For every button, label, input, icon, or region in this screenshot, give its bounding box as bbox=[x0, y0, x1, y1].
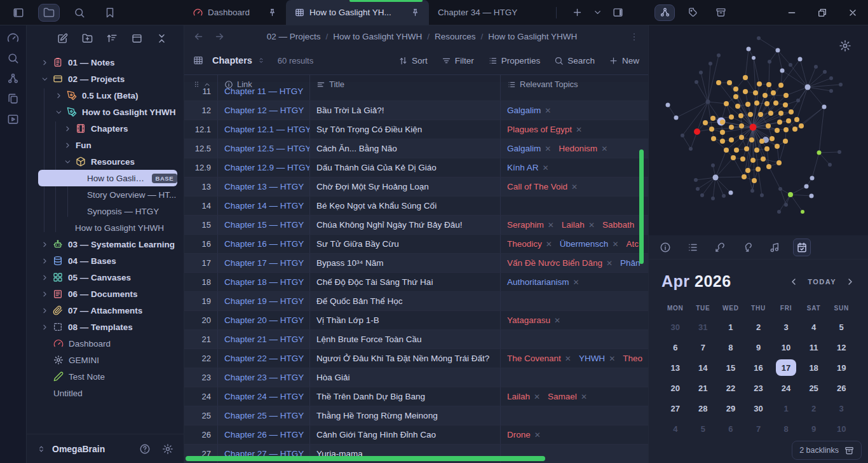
remove-topic-icon[interactable]: ✕ bbox=[565, 354, 571, 363]
remove-topic-icon[interactable]: ✕ bbox=[609, 354, 615, 363]
remove-topic-icon[interactable]: ✕ bbox=[581, 392, 587, 401]
calendar-day[interactable]: 2 bbox=[800, 398, 828, 418]
chapter-title[interactable]: Thằng Hề Trong Rừng Meinong bbox=[310, 406, 501, 425]
slides-ribbon-icon[interactable] bbox=[7, 113, 19, 125]
graph-node[interactable] bbox=[729, 125, 734, 130]
graph-node[interactable] bbox=[709, 62, 712, 66]
graph-node[interactable] bbox=[724, 148, 729, 153]
graph-node[interactable] bbox=[757, 81, 762, 86]
graph-node[interactable] bbox=[768, 111, 773, 116]
new-folder-icon[interactable] bbox=[82, 33, 93, 44]
chapter-link[interactable]: Chapter 24 — HTGY bbox=[224, 392, 304, 401]
table-row-13[interactable]: 13Chapter 13 — HTGYChờ Đợi Một Sự Hoảng … bbox=[184, 177, 648, 197]
calendar-day[interactable]: 3 bbox=[827, 398, 855, 418]
topics-cell[interactable] bbox=[501, 292, 648, 310]
chevron-right-icon[interactable] bbox=[41, 273, 50, 282]
topic-chip[interactable]: The Covenant✕ bbox=[507, 354, 571, 363]
chapter-link[interactable]: Chapter 23 — HTGY bbox=[224, 373, 304, 382]
graph-node[interactable] bbox=[799, 123, 804, 128]
graph-node[interactable] bbox=[742, 174, 747, 179]
calendar-day[interactable]: 7 bbox=[745, 418, 773, 439]
table-row-25[interactable]: 25Chapter 25 — HTGYThằng Hề Trong Rừng M… bbox=[184, 406, 648, 425]
graph-node[interactable] bbox=[794, 117, 799, 122]
topics-cell[interactable]: Call of The Void✕ bbox=[501, 177, 648, 196]
calendar-day[interactable]: 16 bbox=[745, 357, 773, 378]
calendar-day[interactable]: 2 bbox=[745, 317, 773, 337]
calendar-day-today[interactable]: 17 bbox=[772, 357, 800, 378]
graph-node[interactable] bbox=[810, 194, 814, 198]
topics-cell[interactable]: Plagues of Egypt✕ bbox=[501, 120, 648, 139]
graph-node[interactable] bbox=[775, 128, 780, 133]
remove-topic-icon[interactable]: ✕ bbox=[588, 221, 595, 230]
graph-ribbon-icon[interactable] bbox=[7, 73, 19, 85]
chevron-down-icon[interactable] bbox=[55, 108, 64, 116]
file-gemini[interactable]: GEMINI bbox=[27, 352, 184, 368]
graph-node[interactable] bbox=[768, 60, 771, 64]
topics-cell[interactable]: Vấn Đề Nước Biển Dâng✕Phân bbox=[501, 254, 648, 272]
topic-chip[interactable]: Call of The Void✕ bbox=[507, 182, 578, 191]
files-ribbon-icon[interactable] bbox=[7, 93, 19, 105]
calendar-day[interactable]: 1 bbox=[717, 317, 745, 337]
calendar-day[interactable]: 30 bbox=[745, 398, 773, 418]
dashboard-ribbon-icon[interactable] bbox=[7, 32, 19, 44]
chapter-title[interactable]: Sư Tử Giữa Bầy Cừu bbox=[310, 235, 501, 253]
graph-node[interactable] bbox=[783, 93, 789, 98]
topics-cell[interactable] bbox=[501, 406, 648, 425]
graph-node[interactable] bbox=[776, 160, 782, 165]
graph-node[interactable] bbox=[777, 210, 781, 214]
graph-node[interactable] bbox=[780, 69, 785, 73]
graph-node[interactable] bbox=[729, 114, 734, 120]
remove-topic-icon[interactable]: ✕ bbox=[576, 125, 582, 134]
chapter-link[interactable]: Chapter 12.9 — HTGY bbox=[224, 163, 310, 172]
maximize-restore-icon[interactable] bbox=[817, 8, 827, 18]
graph-node[interactable] bbox=[786, 118, 791, 123]
topic-chip[interactable]: Vấn Đề Nước Biển Dâng✕ bbox=[507, 258, 613, 268]
calendar-prev-icon[interactable] bbox=[789, 277, 799, 287]
chevron-right-icon[interactable] bbox=[41, 290, 50, 298]
chapter-link[interactable]: Chapter 12.1 — HTGY bbox=[224, 125, 310, 134]
graph-node[interactable] bbox=[729, 137, 734, 142]
topics-cell[interactable] bbox=[501, 197, 648, 215]
graph-node[interactable] bbox=[733, 94, 738, 99]
chapter-title[interactable]: Hòa Giải bbox=[310, 368, 501, 387]
settings-icon[interactable] bbox=[162, 443, 173, 455]
chapter-link[interactable]: Chapter 16 — HTGY bbox=[224, 239, 304, 249]
graph-node[interactable] bbox=[783, 139, 788, 144]
graph-node[interactable] bbox=[709, 127, 714, 132]
chapter-link[interactable]: Chapter 12.5 — HTGY bbox=[224, 144, 310, 153]
graph-node[interactable] bbox=[735, 104, 740, 109]
graph-node[interactable] bbox=[711, 163, 715, 167]
graph-node[interactable] bbox=[699, 71, 703, 74]
graph-node[interactable] bbox=[810, 176, 815, 181]
file-synopsis-htgy[interactable]: Synopsis — HTGY bbox=[27, 203, 184, 219]
topic-chip[interactable]: Samael✕ bbox=[548, 392, 587, 401]
remove-topic-icon[interactable]: ✕ bbox=[534, 392, 540, 401]
chapter-link[interactable]: Chapter 12 — HTGY bbox=[224, 106, 304, 115]
graph-node[interactable] bbox=[778, 111, 783, 116]
graph-node[interactable] bbox=[759, 139, 764, 144]
chevron-right-icon[interactable] bbox=[55, 92, 64, 100]
graph-node[interactable] bbox=[750, 158, 756, 163]
graph-node[interactable] bbox=[745, 168, 750, 173]
graph-node[interactable] bbox=[749, 137, 754, 142]
topic-chip[interactable]: Authoritarianism✕ bbox=[507, 277, 580, 287]
graph-node[interactable] bbox=[689, 147, 693, 151]
more-options-icon[interactable] bbox=[629, 32, 639, 42]
chapter-title[interactable] bbox=[310, 82, 501, 100]
topics-cell[interactable]: Galgalim✕Hedonism✕ bbox=[501, 139, 648, 158]
chapter-title[interactable]: Chờ Đợi Một Sự Hoảng Loạn bbox=[310, 177, 501, 196]
table-row-11[interactable]: 11Chapter 11 — HTGY bbox=[184, 82, 648, 101]
graph-node[interactable] bbox=[666, 103, 670, 107]
graph-node[interactable] bbox=[694, 128, 700, 135]
table-row-19[interactable]: 19Chapter 19 — HTGYĐế Quốc Bản Thể Học bbox=[184, 292, 648, 311]
chevron-right-icon[interactable] bbox=[64, 125, 72, 133]
vault-switcher[interactable]: OmegaBrain bbox=[27, 434, 184, 463]
tab-how-to-gaslight-yh[interactable]: How to Gaslight YH... bbox=[286, 0, 429, 25]
topics-cell[interactable]: Drone✕ bbox=[501, 425, 648, 444]
graph-node[interactable] bbox=[740, 156, 745, 162]
graph-node[interactable] bbox=[773, 100, 778, 106]
chapter-title[interactable]: Lệnh Brute Force Toàn Cầu bbox=[310, 330, 501, 349]
folder-chapters[interactable]: Chapters bbox=[27, 120, 184, 137]
folder-05-canvases[interactable]: 05 — Canvases bbox=[27, 269, 184, 286]
vertical-scrollbar[interactable] bbox=[639, 149, 644, 264]
